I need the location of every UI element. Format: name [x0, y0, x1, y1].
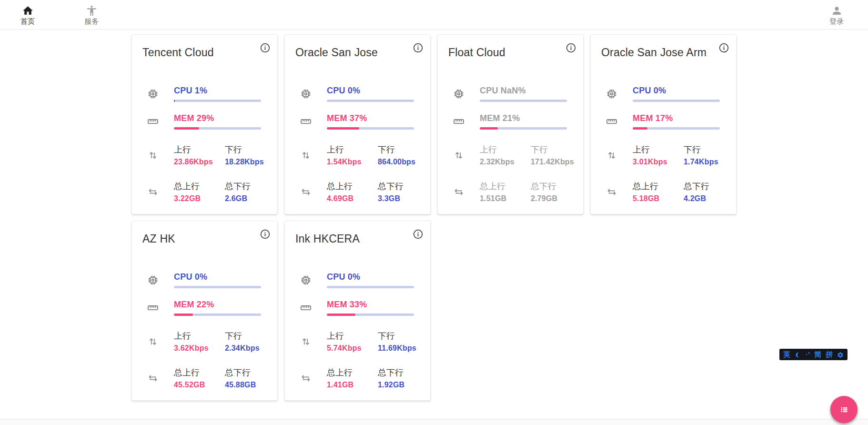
mem-row: MEM 22%	[146, 300, 261, 316]
main-content: Tencent Cloud CPU 1	[0, 34, 868, 401]
speed-columns: 上行 23.86Kbps 下行 18.28Kbps	[174, 144, 264, 166]
total-upload-stat: 总上行 3.22GB	[174, 181, 225, 203]
download-label: 下行	[684, 144, 720, 155]
total-upload-stat: 总上行 1.51GB	[480, 181, 531, 203]
download-label: 下行	[378, 144, 415, 155]
mem-row: MEM 33%	[299, 300, 414, 316]
download-label: 下行	[531, 144, 574, 155]
ime-punctuation-toggle[interactable]: ·’	[806, 349, 810, 360]
upload-stat: 上行 1.54Kbps	[327, 144, 378, 166]
mem-progress-fill	[327, 127, 359, 130]
list-icon	[838, 404, 850, 415]
memory-ruler-icon	[146, 115, 159, 128]
server-name: AZ HK	[142, 233, 175, 245]
ime-pinyin-toggle[interactable]: 拼	[826, 349, 833, 360]
total-upload-stat: 总上行 4.69GB	[327, 181, 378, 203]
mem-metric: MEM 37%	[327, 113, 414, 130]
upload-stat: 上行 3.62Kbps	[174, 330, 225, 353]
download-value: 2.34Kbps	[225, 344, 261, 353]
server-card: Tencent Cloud CPU 1	[131, 34, 278, 214]
card-header: Oracle San Jose Arm	[591, 35, 736, 59]
nav-item-home[interactable]: 首页	[13, 5, 42, 26]
total-row: 总上行 4.69GB 总下行 3.3GB	[299, 181, 414, 203]
total-download-stat: 总下行 45.88GB	[225, 367, 261, 389]
nav-item-label: 首页	[20, 17, 35, 26]
total-download-label: 总下行	[225, 367, 261, 378]
nav-item-services[interactable]: 服务	[77, 5, 106, 26]
download-stat: 下行 2.34Kbps	[225, 330, 261, 353]
total-row: 总上行 3.22GB 总下行 2.6GB	[146, 181, 261, 203]
total-download-value: 2.79GB	[531, 194, 567, 203]
total-download-stat: 总下行 1.92GB	[378, 367, 414, 389]
info-icon	[718, 42, 729, 53]
card-header: Tencent Cloud	[132, 35, 277, 59]
speed-row: 上行 23.86Kbps 下行 18.28Kbps	[146, 144, 261, 166]
cpu-chip-icon	[299, 274, 312, 286]
server-list-fab[interactable]	[830, 396, 858, 423]
info-button[interactable]	[565, 42, 576, 53]
up-down-arrows-icon	[452, 149, 465, 162]
footer-divider	[0, 419, 868, 425]
total-download-value: 45.88GB	[225, 381, 261, 389]
cpu-row: CPU NaN%	[452, 86, 567, 102]
total-upload-label: 总上行	[327, 181, 378, 192]
server-card: Oracle San Jose Arm	[590, 34, 737, 214]
cpu-progress-bar	[174, 286, 261, 288]
mem-metric: MEM 17%	[633, 113, 720, 130]
cpu-row: CPU 1%	[146, 86, 261, 102]
info-icon	[565, 42, 576, 53]
info-button[interactable]	[413, 229, 424, 240]
total-columns: 总上行 4.69GB 总下行 3.3GB	[327, 181, 414, 203]
nav-right: 登录	[822, 5, 851, 26]
cpu-progress-bar	[633, 100, 720, 102]
cpu-chip-icon	[299, 88, 312, 100]
total-download-label: 总下行	[684, 181, 720, 192]
total-upload-value: 5.18GB	[633, 194, 684, 203]
total-download-value: 2.6GB	[225, 194, 261, 203]
card-body: CPU 0% MEM 22%	[132, 272, 277, 389]
cpu-row: CPU 0%	[146, 272, 261, 288]
ime-language-toggle[interactable]: 英	[783, 349, 790, 360]
cpu-metric: CPU 1%	[174, 86, 261, 102]
memory-ruler-icon	[146, 302, 159, 314]
swap-horizontal-icon	[605, 186, 618, 198]
info-icon	[413, 229, 424, 240]
info-button[interactable]	[413, 42, 424, 53]
total-upload-label: 总上行	[633, 181, 684, 192]
download-stat: 下行 1.74Kbps	[684, 144, 720, 166]
total-download-label: 总下行	[225, 181, 261, 192]
info-icon	[413, 42, 424, 53]
total-columns: 总上行 45.52GB 总下行 45.88GB	[174, 367, 261, 389]
server-name: Ink HKCERA	[295, 233, 360, 245]
cpu-metric: CPU 0%	[327, 86, 414, 102]
cpu-metric: CPU 0%	[174, 272, 261, 288]
download-stat: 下行 864.00bps	[378, 144, 415, 166]
login-button[interactable]: 登录	[822, 5, 851, 26]
moon-icon[interactable]	[795, 351, 801, 358]
ime-simplified-toggle[interactable]: 简	[814, 349, 821, 360]
mem-metric: MEM 21%	[480, 113, 567, 130]
total-download-label: 总下行	[531, 181, 567, 192]
cpu-progress-fill	[174, 100, 175, 102]
up-down-arrows-icon	[605, 149, 618, 162]
speed-columns: 上行 1.54Kbps 下行 864.00bps	[327, 144, 415, 166]
mem-progress-fill	[633, 127, 647, 130]
info-button[interactable]	[260, 42, 271, 53]
mem-row: MEM 17%	[605, 113, 720, 130]
speed-columns: 上行 3.01Kbps 下行 1.74Kbps	[633, 144, 720, 166]
total-upload-label: 总上行	[480, 181, 531, 192]
mem-label: MEM 22%	[174, 300, 261, 310]
info-button[interactable]	[718, 42, 729, 53]
server-name: Oracle San Jose Arm	[601, 46, 707, 59]
gear-icon[interactable]	[837, 351, 844, 358]
upload-value: 5.74Kbps	[327, 344, 378, 353]
mem-metric: MEM 29%	[174, 113, 261, 130]
swap-horizontal-icon	[146, 372, 159, 385]
upload-stat: 上行 3.01Kbps	[633, 144, 684, 166]
upload-value: 23.86Kbps	[174, 158, 225, 166]
info-button[interactable]	[260, 229, 271, 240]
download-label: 下行	[225, 330, 261, 342]
speed-row: 上行 3.01Kbps 下行 1.74Kbps	[605, 144, 720, 166]
upload-stat: 上行 23.86Kbps	[174, 144, 225, 166]
upload-label: 上行	[633, 144, 684, 155]
